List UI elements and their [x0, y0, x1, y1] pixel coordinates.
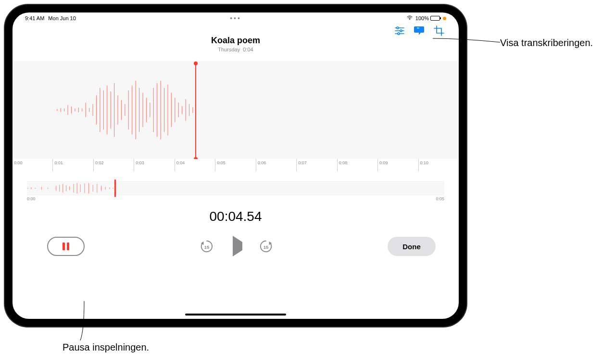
- battery-icon: [430, 16, 440, 21]
- ruler-tick: 0:10: [418, 159, 459, 171]
- play-icon: [233, 236, 242, 256]
- playhead[interactable]: [195, 63, 196, 159]
- status-time: 9:41 AM: [25, 15, 44, 21]
- waveform: [13, 61, 459, 159]
- elapsed-timer: 00:04.54: [13, 209, 459, 224]
- pause-button[interactable]: [47, 237, 85, 256]
- recording-indicator-dot: [443, 17, 446, 20]
- overview-strip[interactable]: 0:00 0:05: [27, 181, 444, 200]
- transcribe-icon[interactable]: '': [414, 25, 425, 36]
- overview-waveform: [27, 181, 444, 195]
- time-ruler: 0:00 0:01 0:02 0:03 0:04 0:05 0:06 0:07 …: [13, 159, 459, 171]
- wifi-icon: [407, 15, 413, 21]
- options-icon[interactable]: [394, 25, 405, 36]
- transport-controls: 15 15: [200, 239, 273, 254]
- ruler-tick: 0:02: [93, 159, 134, 171]
- screen: 9:41 AM Mon Jun 10 ••• 100%: [13, 12, 459, 319]
- recording-subtitle: Thursday 0:04: [13, 47, 459, 52]
- home-indicator[interactable]: [185, 314, 286, 315]
- ruler-tick: 0:06: [256, 159, 296, 171]
- ruler-tick: 0:00: [13, 159, 52, 171]
- crop-icon[interactable]: [433, 25, 444, 36]
- svg-text:15: 15: [263, 245, 268, 250]
- ipad-frame: 9:41 AM Mon Jun 10 ••• 100%: [5, 5, 466, 327]
- pause-icon: [63, 243, 65, 250]
- ruler-tick: 0:07: [296, 159, 337, 171]
- overview-end-label: 0:05: [436, 196, 444, 201]
- recording-duration: 0:04: [243, 47, 253, 52]
- done-button[interactable]: Done: [388, 237, 436, 256]
- waveform-area[interactable]: 0:00 0:01 0:02 0:03 0:04 0:05 0:06 0:07 …: [13, 61, 459, 171]
- pause-icon: [67, 243, 69, 250]
- skip-forward-button[interactable]: 15: [259, 239, 273, 254]
- multitask-dots[interactable]: •••: [230, 14, 241, 22]
- status-bar: 9:41 AM Mon Jun 10 ••• 100%: [13, 12, 459, 23]
- battery-pct: 100%: [415, 15, 429, 21]
- skip-back-button[interactable]: 15: [200, 239, 214, 254]
- status-date: Mon Jun 10: [48, 15, 75, 21]
- svg-point-2: [397, 27, 399, 29]
- overview-playhead[interactable]: [114, 180, 116, 197]
- ruler-tick: 0:03: [134, 159, 174, 171]
- ruler-tick: 0:08: [337, 159, 377, 171]
- play-button[interactable]: [230, 242, 242, 251]
- svg-point-6: [398, 33, 400, 35]
- svg-text:15: 15: [204, 245, 209, 250]
- svg-text:'': '': [417, 27, 419, 32]
- callout-transcribe: Visa transkriberingen.: [500, 37, 593, 49]
- ruler-tick: 0:04: [175, 159, 215, 171]
- ruler-tick: 0:09: [377, 159, 418, 171]
- recording-day: Thursday: [218, 47, 240, 52]
- callout-pause: Pausa inspelningen.: [63, 342, 149, 353]
- ruler-tick: 0:05: [215, 159, 255, 171]
- ruler-tick: 0:01: [52, 159, 93, 171]
- svg-point-4: [400, 30, 402, 32]
- recording-title[interactable]: Koala poem: [13, 36, 459, 46]
- svg-point-0: [409, 19, 410, 20]
- overview-start-label: 0:00: [27, 196, 36, 201]
